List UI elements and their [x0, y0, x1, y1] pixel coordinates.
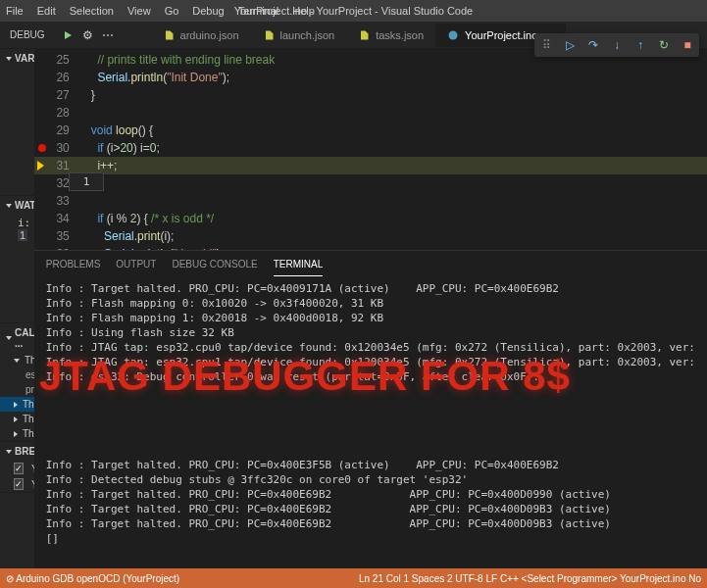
menu-bar: FileEditSelectionViewGoDebugTerminalHelp	[0, 0, 321, 22]
sidebar: Variables Watch i: 1 Call ... Thread #10…	[0, 49, 34, 568]
status-bar[interactable]: ⊘ Arduino GDB openOCD (YourProject) Ln 2…	[0, 568, 707, 588]
editor-tabs: arduino.jsonlaunch.jsontasks.jsonYourPro…	[151, 24, 566, 47]
tab-launch.json[interactable]: launch.json	[251, 24, 347, 47]
step-out-button[interactable]: ↑	[632, 37, 648, 53]
panel-tab-debug-console[interactable]: Debug Console	[172, 253, 257, 275]
start-debug-button[interactable]	[61, 27, 76, 43]
current-line-icon	[37, 161, 44, 171]
callstack-header[interactable]: Call ...	[0, 323, 34, 353]
menu-edit[interactable]: Edit	[31, 5, 62, 17]
breakpoint-dot-icon[interactable]	[38, 144, 46, 152]
step-over-button[interactable]: ↷	[585, 37, 601, 53]
debug-toolbar[interactable]: ⠿ ▷ ↷ ↓ ↑ ↻ ■	[534, 33, 699, 57]
step-into-button[interactable]: ↓	[609, 37, 625, 53]
code[interactable]: // prints title with ending line break S…	[83, 49, 707, 250]
menu-help[interactable]: Help	[286, 5, 321, 17]
status-right[interactable]: Ln 21 Col 1 Spaces 2 UTF-8 LF C++ <Selec…	[359, 573, 701, 584]
panel-tab-problems[interactable]: Problems	[46, 253, 101, 275]
stop-button[interactable]: ■	[680, 37, 695, 53]
tab-arduino.json[interactable]: arduino.json	[151, 24, 251, 47]
thread-item[interactable]: prvIdleTask(void * p	[0, 382, 34, 397]
menu-terminal[interactable]: Terminal	[232, 5, 285, 17]
panel-tabs: ProblemsOutputDebug ConsoleTerminal	[34, 250, 707, 277]
play-icon	[65, 31, 72, 39]
breakpoint-item[interactable]: ✓YourProject.i...30	[0, 476, 34, 492]
hover-tooltip: 1	[69, 172, 105, 191]
title-bar: FileEditSelectionViewGoDebugTerminalHelp…	[0, 0, 707, 22]
menu-go[interactable]: Go	[159, 5, 185, 17]
json-icon	[358, 29, 370, 41]
debug-start-controls: ⚙ ⋯	[55, 27, 122, 43]
watch-header[interactable]: Watch	[0, 196, 34, 215]
panel-tab-output[interactable]: Output	[116, 253, 156, 275]
status-left[interactable]: ⊘ Arduino GDB openOCD (YourProject)	[6, 573, 179, 584]
json-icon	[263, 29, 275, 41]
watch-body: i: 1	[0, 215, 34, 322]
watch-item[interactable]: i: 1	[18, 217, 28, 242]
threads-body: Thread #1073511932esp_vApplicationWaitpr…	[0, 353, 34, 441]
thread-item[interactable]: Thread #1073502860	[0, 426, 34, 441]
menu-view[interactable]: View	[122, 5, 157, 17]
thread-item[interactable]: Thread #1073511932	[0, 353, 34, 368]
overlay-banner: JTAG DEBUGGER FOR 8$	[39, 353, 571, 400]
menu-file[interactable]: File	[0, 5, 29, 17]
checkbox[interactable]: ✓	[14, 463, 24, 474]
tab-tasks.json[interactable]: tasks.json	[346, 24, 435, 47]
thread-item[interactable]: Thread #1073510520	[0, 397, 34, 412]
thread-item[interactable]: esp_vApplicationWait	[0, 368, 34, 382]
json-icon	[163, 29, 175, 41]
svg-point-0	[449, 30, 458, 39]
thread-item[interactable]: Thread #1073514624	[0, 412, 34, 426]
restart-button[interactable]: ↻	[656, 37, 672, 53]
checkbox[interactable]: ✓	[14, 478, 24, 490]
bp-body: ✓YourProject.i...21✓YourProject.i...30	[0, 461, 34, 492]
ino-icon	[447, 29, 459, 41]
menu-selection[interactable]: Selection	[64, 5, 120, 17]
panel-tab-terminal[interactable]: Terminal	[274, 253, 324, 276]
menu-debug[interactable]: Debug	[186, 5, 229, 17]
debug-view-label: DEBUG	[0, 29, 55, 40]
gutter[interactable]: 252627282930313233343536	[34, 49, 83, 250]
grip-icon[interactable]: ⠿	[538, 37, 554, 53]
variables-header[interactable]: Variables	[0, 49, 34, 68]
breakpoint-item[interactable]: ✓YourProject.i...21	[0, 461, 34, 476]
terminal[interactable]: Info : Target halted. PRO_CPU: PC=0x4009…	[34, 277, 707, 568]
debug-config-button[interactable]: ⚙	[80, 27, 96, 43]
debug-more-button[interactable]: ⋯	[100, 27, 116, 43]
breakpoints-header[interactable]: Breakpoints	[0, 442, 34, 461]
editor-area: 252627282930313233343536 // prints title…	[34, 49, 707, 568]
continue-button[interactable]: ▷	[562, 37, 578, 53]
